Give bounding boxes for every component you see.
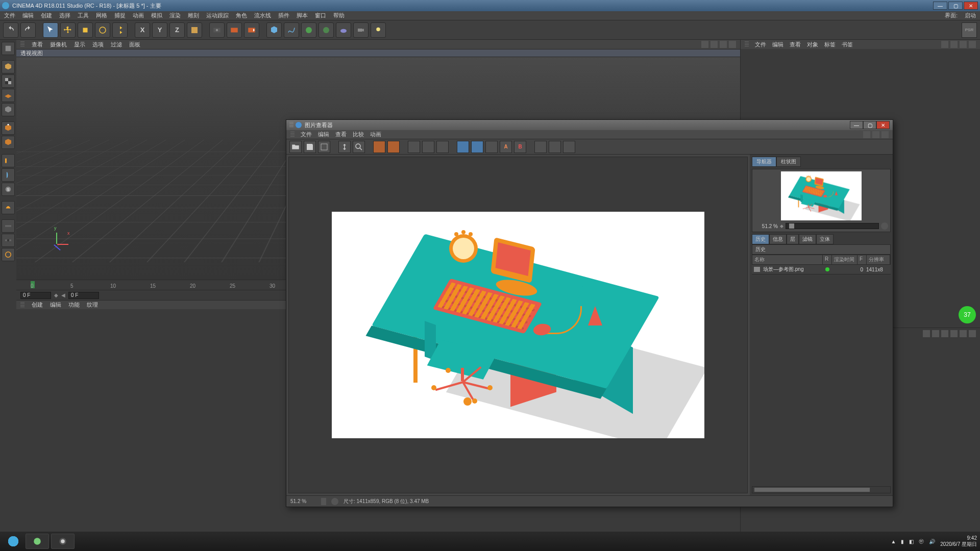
y-axis-toggle[interactable]: Y bbox=[152, 22, 167, 38]
pv-zoom-stepper[interactable] bbox=[321, 498, 326, 505]
pv-set-a-button[interactable]: A bbox=[500, 141, 512, 153]
menu-character[interactable]: 角色 bbox=[236, 12, 247, 19]
maximize-button[interactable]: ▢ bbox=[948, 2, 963, 10]
menu-select[interactable]: 选择 bbox=[59, 12, 70, 19]
tab-create[interactable]: 创建 bbox=[32, 301, 43, 309]
om-home-icon[interactable] bbox=[950, 41, 958, 48]
menu-create[interactable]: 创建 bbox=[41, 12, 52, 19]
pv-set-b-button[interactable]: B bbox=[514, 141, 526, 153]
pv-menu-anim[interactable]: 动画 bbox=[370, 131, 381, 138]
attr-nav-back-icon[interactable] bbox=[923, 330, 930, 337]
notification-badge[interactable]: 37 bbox=[959, 306, 976, 323]
last-tool[interactable] bbox=[112, 22, 128, 38]
grip-icon[interactable] bbox=[290, 132, 295, 138]
grip-icon[interactable] bbox=[289, 122, 293, 128]
tab-function[interactable]: 功能 bbox=[68, 301, 80, 309]
menu-script[interactable]: 脚本 bbox=[297, 12, 308, 19]
col-name[interactable]: 名称 bbox=[752, 255, 823, 264]
attr-mode-icon[interactable] bbox=[960, 330, 967, 337]
pv-htab-filter[interactable]: 滤镜 bbox=[799, 234, 816, 244]
vp-zoom-icon[interactable] bbox=[710, 41, 718, 48]
render-view-button[interactable] bbox=[209, 22, 225, 38]
pv-hist-fwd-button[interactable] bbox=[549, 141, 561, 153]
attr-nav-fwd-icon[interactable] bbox=[932, 330, 939, 337]
pv-filter-button[interactable] bbox=[485, 141, 498, 153]
vp-menu-view[interactable]: 查看 bbox=[32, 41, 43, 48]
pv-zoom-slider[interactable] bbox=[786, 223, 879, 229]
pv-title-bar[interactable]: 图片查看器 — ▢ ✕ bbox=[286, 120, 893, 130]
vp-menu-filter[interactable]: 过滤 bbox=[111, 41, 122, 48]
om-bookmarks[interactable]: 书签 bbox=[842, 41, 853, 48]
add-light-button[interactable] bbox=[371, 22, 386, 38]
taskbar-clock[interactable]: 9:42 2020/6/7 星期日 bbox=[940, 535, 977, 547]
redo-button[interactable] bbox=[20, 22, 36, 38]
menu-sculpt[interactable]: 雕刻 bbox=[188, 12, 199, 19]
grip-icon[interactable] bbox=[20, 41, 24, 47]
menu-help[interactable]: 帮助 bbox=[333, 12, 345, 19]
pv-canvas[interactable] bbox=[288, 157, 748, 493]
menu-simulate[interactable]: 模拟 bbox=[151, 12, 162, 19]
menu-mesh[interactable]: 网格 bbox=[96, 12, 107, 19]
pv-dock-icon[interactable] bbox=[863, 131, 870, 138]
vp-menu-panel[interactable]: 面板 bbox=[129, 41, 140, 48]
menu-file[interactable]: 文件 bbox=[4, 12, 15, 19]
pv-htab-info[interactable]: 信息 bbox=[769, 234, 787, 244]
om-file[interactable]: 文件 bbox=[755, 41, 766, 48]
start-button[interactable] bbox=[3, 534, 23, 549]
menu-window[interactable]: 窗口 bbox=[315, 12, 326, 19]
menu-animate[interactable]: 动画 bbox=[133, 12, 144, 19]
tray-volume-icon[interactable]: 🔊 bbox=[929, 539, 935, 544]
minimize-button[interactable]: — bbox=[933, 2, 947, 10]
menu-edit[interactable]: 编辑 bbox=[22, 12, 34, 19]
pv-menu-view[interactable]: 查看 bbox=[335, 131, 347, 138]
vp-menu-options[interactable]: 选项 bbox=[92, 41, 104, 48]
pv-hist-clear-button[interactable] bbox=[563, 141, 575, 153]
vp-menu-camera[interactable]: 摄像机 bbox=[50, 41, 67, 48]
move-tool[interactable] bbox=[60, 22, 76, 38]
add-spline-button[interactable] bbox=[284, 22, 299, 38]
pv-compare-ab-button[interactable] bbox=[436, 141, 449, 153]
x-axis-toggle[interactable]: X bbox=[135, 22, 150, 38]
pv-htab-layer[interactable]: 层 bbox=[787, 234, 799, 244]
pv-layer-button[interactable] bbox=[471, 141, 483, 153]
scale-tool[interactable] bbox=[78, 22, 93, 38]
rotate-tool[interactable] bbox=[95, 22, 110, 38]
menu-tools[interactable]: 工具 bbox=[78, 12, 89, 19]
pv-htab-history[interactable]: 历史 bbox=[752, 234, 769, 244]
add-generator-button[interactable] bbox=[301, 22, 316, 38]
col-res[interactable]: 分辨率 bbox=[867, 255, 890, 264]
om-filter-icon[interactable] bbox=[969, 41, 976, 48]
snap-button[interactable] bbox=[2, 234, 15, 247]
pv-grid-button[interactable] bbox=[318, 141, 330, 153]
add-camera-button[interactable] bbox=[353, 22, 369, 38]
om-eye-icon[interactable] bbox=[960, 41, 967, 48]
texture-mode-button[interactable] bbox=[2, 74, 15, 88]
pv-fit-button[interactable] bbox=[338, 141, 351, 153]
pv-expand-icon[interactable] bbox=[872, 131, 879, 138]
render-settings-button[interactable] bbox=[244, 22, 259, 38]
uv-polygons-button[interactable]: S bbox=[2, 183, 15, 196]
pv-history-row[interactable]: 场景—参考图.png 0 1411x8 bbox=[752, 265, 891, 274]
pv-open-button[interactable] bbox=[289, 141, 302, 153]
pv-tab-histogram[interactable]: 柱状图 bbox=[776, 157, 801, 167]
pv-play-button[interactable] bbox=[331, 498, 338, 505]
pv-menu-edit[interactable]: 编辑 bbox=[318, 131, 329, 138]
om-search-icon[interactable] bbox=[941, 41, 948, 48]
om-objects[interactable]: 对象 bbox=[807, 41, 818, 48]
om-tags[interactable]: 标签 bbox=[824, 41, 836, 48]
tray-battery-icon[interactable]: ▮ bbox=[901, 539, 904, 544]
pv-save-button[interactable] bbox=[304, 141, 316, 153]
system-tray[interactable]: ▲ ▮ ◧ ㊥ 🔊 9:42 2020/6/7 星期日 bbox=[891, 535, 977, 547]
attr-nav-up-icon[interactable] bbox=[941, 330, 948, 337]
close-button[interactable]: ✕ bbox=[964, 2, 978, 10]
undo-button[interactable] bbox=[3, 22, 18, 38]
pv-menu-compare[interactable]: 比较 bbox=[353, 131, 364, 138]
om-edit[interactable]: 编辑 bbox=[772, 41, 783, 48]
add-environment-button[interactable] bbox=[336, 22, 351, 38]
tray-network-icon[interactable]: ◧ bbox=[909, 539, 914, 544]
add-cube-button[interactable] bbox=[266, 22, 282, 38]
pv-channel-alpha-button[interactable] bbox=[387, 141, 400, 153]
render-pv-button[interactable] bbox=[227, 22, 242, 38]
pv-compare-a-button[interactable] bbox=[408, 141, 420, 153]
menu-snap[interactable]: 捕捉 bbox=[114, 12, 126, 19]
